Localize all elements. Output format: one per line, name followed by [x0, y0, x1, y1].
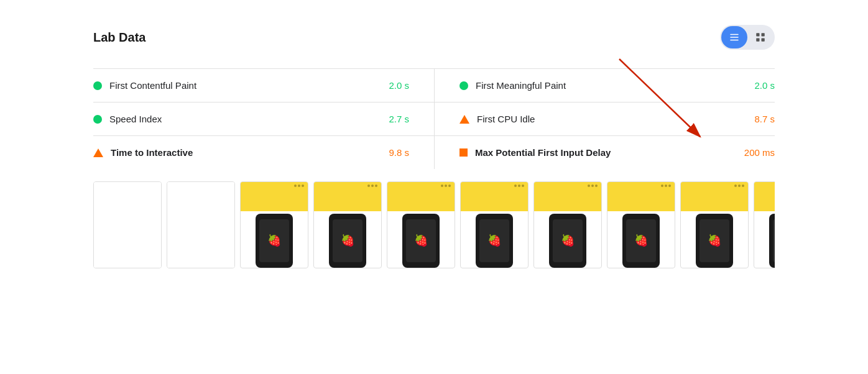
metric-label: Max Potential First Input Delay — [475, 147, 730, 158]
orange-triangle-icon — [459, 115, 469, 124]
film-frame-inner — [94, 182, 161, 268]
green-circle-icon — [93, 115, 102, 124]
film-timestamp: 3.0 s — [607, 268, 675, 268]
metric-value: 200 ms — [737, 147, 775, 158]
metric-row: First Contentful Paint 2.0 s — [93, 69, 434, 103]
green-circle-icon — [459, 81, 468, 90]
strawberry-emoji: 🍓 — [561, 234, 575, 247]
metric-row: Time to Interactive 9.8 s — [93, 136, 434, 169]
svg-rect-2 — [730, 40, 739, 41]
metric-label: Speed Index — [109, 114, 364, 124]
film-frame: 🍓 4.0 s — [754, 181, 775, 268]
phone-mockup: 🍓 — [681, 182, 748, 268]
metric-label: Time to Interactive — [111, 147, 364, 158]
film-timestamp: 2.5 s — [534, 268, 601, 268]
film-frame: 🍓 2.0 s — [460, 181, 529, 268]
film-timestamp: 1.0 s — [314, 268, 381, 268]
metric-row: Max Potential First Input Delay 200 ms — [434, 136, 775, 169]
film-frame — [167, 181, 235, 268]
metric-value: 2.0 s — [737, 80, 775, 91]
film-timestamp: 3.5 s — [681, 268, 748, 268]
metric-value: 2.0 s — [372, 80, 409, 91]
metric-value: 9.8 s — [372, 147, 409, 158]
metrics-grid: First Contentful Paint 2.0 s Speed Index… — [93, 68, 775, 169]
metric-label: First CPU Idle — [477, 114, 730, 124]
film-timestamp: 0.5 s — [241, 268, 308, 268]
view-toggle — [720, 25, 775, 50]
phone-mockup: 🍓 — [607, 182, 675, 268]
orange-triangle-icon — [93, 148, 103, 157]
svg-rect-6 — [762, 39, 765, 42]
strawberry-emoji: 🍓 — [708, 234, 721, 247]
svg-rect-0 — [730, 34, 739, 35]
film-frame — [93, 181, 162, 268]
list-icon — [729, 32, 740, 43]
film-frame: 🍓 1.0 s — [313, 181, 382, 268]
svg-rect-3 — [756, 33, 759, 36]
film-frame-inner — [167, 182, 234, 268]
section-title: Lab Data — [93, 30, 145, 45]
phone-mockup: 🍓 — [314, 182, 381, 268]
metric-label: First Contentful Paint — [109, 80, 364, 91]
metric-row: Speed Index 2.7 s — [93, 103, 434, 136]
metric-row: First Meaningful Paint 2.0 s — [434, 69, 775, 103]
film-frame: 🍓 0.5 s — [240, 181, 308, 268]
phone-mockup: 🍓 — [387, 182, 455, 268]
strawberry-emoji: 🍓 — [634, 234, 648, 247]
strawberry-emoji: 🍓 — [267, 234, 281, 247]
metric-row: First CPU Idle 8.7 s — [434, 103, 775, 136]
grid-icon — [755, 32, 766, 43]
phone-mockup: 🍓 — [461, 182, 528, 268]
strawberry-emoji: 🍓 — [341, 234, 354, 247]
svg-rect-1 — [730, 37, 739, 38]
left-metrics-column: First Contentful Paint 2.0 s Speed Index… — [93, 69, 434, 169]
metric-label: First Meaningful Paint — [476, 80, 730, 91]
film-timestamp: 4.0 s — [754, 268, 775, 268]
green-circle-icon — [93, 81, 102, 90]
strawberry-emoji: 🍓 — [414, 234, 428, 247]
film-frame: 🍓 3.0 s — [607, 181, 675, 268]
film-frame: 🍓 3.5 s — [680, 181, 749, 268]
svg-rect-5 — [756, 39, 759, 42]
metric-value: 8.7 s — [737, 114, 775, 124]
filmstrip: 🍓 0.5 s 🍓 — [93, 181, 775, 268]
svg-rect-4 — [762, 33, 765, 36]
strawberry-emoji: 🍓 — [487, 234, 501, 247]
film-timestamp: 2.0 s — [461, 268, 528, 268]
film-timestamp: 1.5 s — [387, 268, 455, 268]
phone-mockup: 🍓 — [754, 182, 775, 268]
phone-mockup: 🍓 — [241, 182, 308, 268]
film-frame: 🍓 2.5 s — [533, 181, 602, 268]
right-metrics-column: First Meaningful Paint 2.0 s First CPU I… — [434, 69, 775, 169]
list-view-button[interactable] — [721, 26, 747, 48]
phone-mockup: 🍓 — [534, 182, 601, 268]
orange-square-icon — [459, 148, 468, 157]
metrics-section: First Contentful Paint 2.0 s Speed Index… — [93, 68, 775, 169]
film-frame: 🍓 1.5 s — [387, 181, 455, 268]
metric-value: 2.7 s — [372, 114, 409, 124]
grid-view-button[interactable] — [747, 26, 773, 48]
